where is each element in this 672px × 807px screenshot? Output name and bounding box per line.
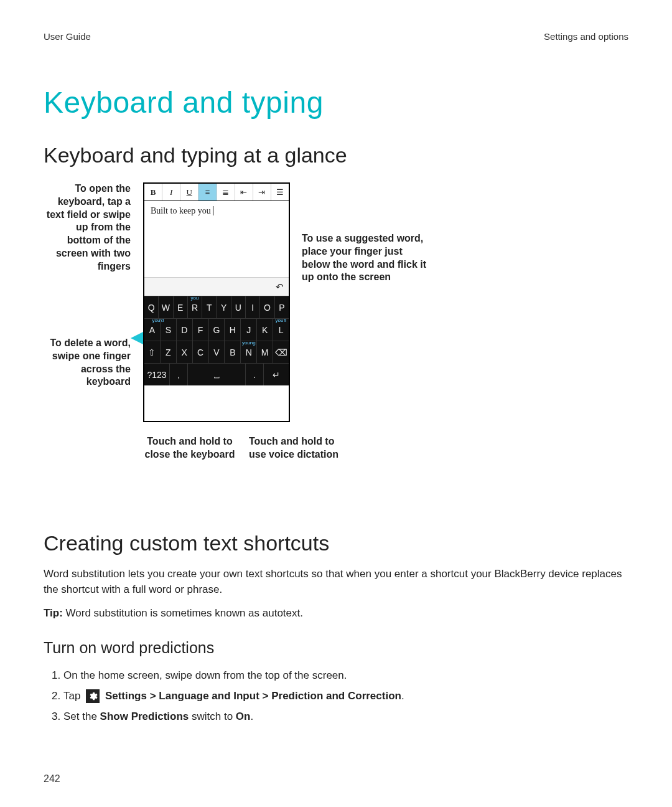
- key-j[interactable]: J: [241, 319, 257, 341]
- key-n[interactable]: youngN: [241, 341, 257, 363]
- shortcuts-body-text: Word substitution lets you create your o…: [44, 567, 628, 597]
- glance-diagram: To open the keyboard, tap a text field o…: [44, 182, 628, 506]
- undo-icon[interactable]: ↶: [276, 281, 284, 293]
- key-backspace[interactable]: ⌫: [273, 341, 289, 363]
- key-i[interactable]: I: [246, 296, 260, 318]
- step-3: Set the Show Predictions switch to On.: [63, 708, 628, 726]
- key-s[interactable]: S: [161, 319, 177, 341]
- key-e[interactable]: E: [174, 296, 188, 318]
- key-comma[interactable]: ,: [170, 364, 189, 385]
- indent-left-button[interactable]: ⇤: [235, 184, 253, 201]
- annotation-voice-dictation: Touch and hold to use voice dictation: [249, 435, 342, 461]
- format-toolbar: B I U ≡ ≣ ⇤ ⇥ ☰: [144, 184, 289, 201]
- annotation-delete-word: To delete a word, swipe one finger acros…: [44, 337, 131, 389]
- indent-right-button[interactable]: ⇥: [253, 184, 271, 201]
- key-x[interactable]: X: [177, 341, 193, 363]
- header-left: User Guide: [44, 31, 91, 42]
- key-k[interactable]: K: [257, 319, 273, 341]
- text-input-area[interactable]: Built to keep you: [144, 201, 289, 277]
- key-r[interactable]: youR: [188, 296, 202, 318]
- key-h[interactable]: H: [225, 319, 241, 341]
- key-period[interactable]: .: [246, 364, 264, 385]
- header-right: Settings and options: [544, 31, 628, 42]
- key-space[interactable]: ⎵: [188, 364, 245, 385]
- key-a[interactable]: you'dA: [144, 319, 161, 341]
- page-title: Keyboard and typing: [44, 85, 628, 120]
- undo-row: ↶: [144, 277, 289, 296]
- key-w[interactable]: W: [159, 296, 173, 318]
- gear-icon: [86, 689, 100, 703]
- key-l[interactable]: you'llL: [273, 319, 289, 341]
- key-m[interactable]: M: [257, 341, 273, 363]
- key-v[interactable]: V: [209, 341, 225, 363]
- tip-text: Tip: Word substitution is sometimes know…: [44, 606, 628, 621]
- bold-button[interactable]: B: [144, 184, 162, 201]
- key-shift[interactable]: ⇧: [144, 341, 161, 363]
- key-f[interactable]: F: [193, 319, 209, 341]
- text-content: Built to keep you: [151, 206, 211, 215]
- align-left-button[interactable]: ≡: [198, 184, 217, 201]
- align-center-button[interactable]: ≣: [217, 184, 235, 201]
- step-1: On the home screen, swipe down from the …: [63, 667, 628, 685]
- steps-list: On the home screen, swipe down from the …: [44, 667, 628, 726]
- key-p[interactable]: P: [275, 296, 289, 318]
- key-u[interactable]: U: [231, 296, 246, 318]
- underline-button[interactable]: U: [180, 184, 198, 201]
- annotation-open-keyboard: To open the keyboard, tap a text field o…: [44, 182, 131, 273]
- annotation-suggested-word: To use a suggested word, place your fing…: [302, 232, 426, 284]
- key-o[interactable]: O: [260, 296, 274, 318]
- page-number: 242: [44, 773, 60, 785]
- subsection-predictions-heading: Turn on word predictions: [44, 639, 628, 657]
- virtual-keyboard[interactable]: Q W E youR T Y U I O P you'dA S D F G H …: [144, 296, 289, 385]
- section-shortcuts-heading: Creating custom text shortcuts: [44, 531, 628, 555]
- key-z[interactable]: Z: [161, 341, 177, 363]
- phone-mockup: B I U ≡ ≣ ⇤ ⇥ ☰ Built to keep you ↶ Q W …: [143, 182, 290, 422]
- tip-label: Tip:: [44, 607, 63, 619]
- key-symbols[interactable]: ?123: [144, 364, 170, 385]
- key-d[interactable]: D: [177, 319, 193, 341]
- italic-button[interactable]: I: [162, 184, 180, 201]
- key-b[interactable]: B: [225, 341, 241, 363]
- key-c[interactable]: C: [193, 341, 209, 363]
- key-q[interactable]: Q: [144, 296, 159, 318]
- step-2: Tap Settings > Language and Input > Pred…: [63, 687, 628, 706]
- key-y[interactable]: Y: [217, 296, 231, 318]
- annotation-close-keyboard: Touch and hold to close the keyboard: [143, 435, 236, 461]
- key-t[interactable]: T: [202, 296, 217, 318]
- key-g[interactable]: G: [209, 319, 225, 341]
- list-button[interactable]: ☰: [271, 184, 289, 201]
- section-glance-heading: Keyboard and typing at a glance: [44, 143, 628, 168]
- key-enter[interactable]: ↵: [264, 364, 289, 385]
